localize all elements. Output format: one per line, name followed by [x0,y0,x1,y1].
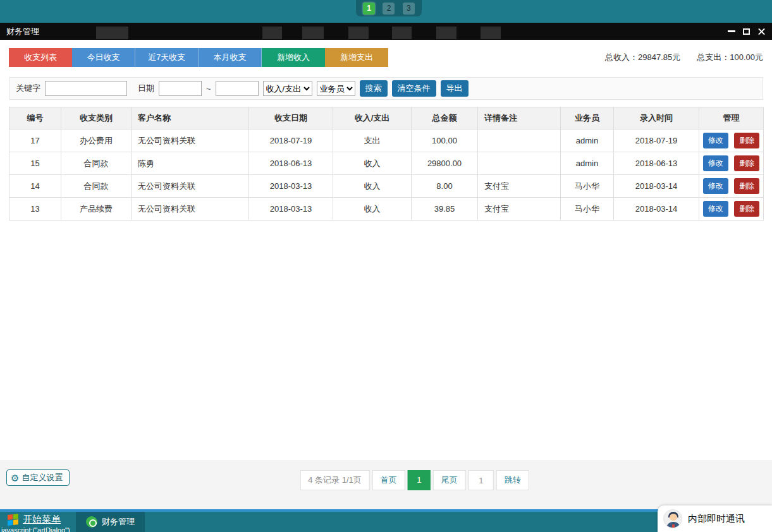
records-table: 编号 收支类别 客户名称 收支日期 收入/支出 总金额 详情备注 业务员 录入时… [9,107,764,221]
tab-today[interactable]: 今日收支 [72,48,135,67]
tab-income-expense-list[interactable]: 收支列表 [9,48,72,67]
maximize-icon[interactable] [743,28,750,35]
custom-settings-label: 自定义设置 [21,472,63,483]
col-header-type: 收入/支出 [333,107,412,130]
clear-filters-button[interactable]: 清空条件 [392,80,436,97]
cell-actions: 修改 删除 [699,130,764,152]
session-tab-2[interactable]: 2 [383,3,395,15]
cell-type: 支出 [333,130,412,152]
pagination-jump-input[interactable] [469,470,494,490]
date-separator: ~ [206,84,211,94]
cell-amount: 39.85 [412,198,478,221]
cell-note: 支付宝 [478,175,561,198]
taskbar-item-finance[interactable]: 财务管理 [76,512,145,532]
cell-category: 合同款 [61,152,132,175]
agent-select[interactable]: 业务员 [317,81,355,96]
delete-button[interactable]: 删除 [734,133,759,148]
session-tab-3[interactable]: 3 [403,3,415,15]
table-row: 17 办公费用 无公司资料关联 2018-07-19 支出 100.00 adm… [9,130,764,152]
cell-date: 2018-03-13 [249,198,333,221]
date-to-input[interactable] [216,81,259,96]
cell-amount: 100.00 [412,130,478,152]
cell-type: 收入 [333,198,412,221]
delete-button[interactable]: 删除 [734,201,759,217]
edit-button[interactable]: 修改 [703,133,728,148]
titlebar-artifact [96,27,128,39]
cell-type: 收入 [333,175,412,198]
cell-entry-time: 2018-03-14 [614,175,699,198]
session-tabs: 1 2 3 [356,0,422,16]
pagination-page-1[interactable]: 1 [408,470,431,490]
date-label: 日期 [138,83,154,94]
col-header-id: 编号 [9,107,61,130]
add-income-button[interactable]: 新增收入 [262,48,325,67]
col-header-customer: 客户名称 [132,107,249,130]
titlebar-artifact [481,27,501,39]
toolbar: 收支列表 今日收支 近7天收支 本月收支 新增收入 新增支出 总收入：29847… [9,48,763,67]
edit-button[interactable]: 修改 [703,155,728,171]
type-select[interactable]: 收入/支出 [263,81,312,96]
finance-window: 财务管理 收支列表 今日收支 近7天收支 本月收支 新增收入 新增支出 总收入：… [0,23,772,509]
pagination-first-button[interactable]: 首页 [372,470,405,490]
custom-settings-button[interactable]: ⚙ 自定义设置 [6,469,70,486]
pagination: 4 条记录 1/1页 首页 1 尾页 跳转 [300,470,529,490]
export-button[interactable]: 导出 [441,80,469,97]
titlebar-artifact [262,27,282,39]
add-expense-button[interactable]: 新增支出 [325,48,388,67]
cell-category: 办公费用 [61,130,132,152]
cell-type: 收入 [333,152,412,175]
col-header-agent: 业务员 [561,107,614,130]
search-button[interactable]: 搜索 [360,80,388,97]
titlebar-artifact [392,27,412,39]
edit-button[interactable]: 修改 [703,178,728,194]
messenger-panel[interactable]: 内部即时通讯 [658,505,772,532]
cell-id: 13 [9,198,61,221]
status-bar-text: javascript:("artDialog") [1,526,70,532]
cell-entry-time: 2018-03-14 [614,198,699,221]
cell-id: 14 [9,175,61,198]
table-row: 15 合同款 陈勇 2018-06-13 收入 29800.00 admin 2… [9,152,764,175]
pagination-jump-button[interactable]: 跳转 [496,470,529,490]
cell-customer: 无公司资料关联 [132,198,249,221]
cell-date: 2018-03-13 [249,175,333,198]
edit-button[interactable]: 修改 [703,201,728,217]
delete-button[interactable]: 删除 [734,155,759,171]
tab-this-month[interactable]: 本月收支 [199,48,262,67]
cell-agent: admin [561,152,614,175]
total-income: 总收入：29847.85元 [605,52,680,63]
tab-last-7-days[interactable]: 近7天收支 [135,48,199,67]
messenger-label: 内部即时通讯 [688,513,745,525]
window-footer: ⚙ 自定义设置 4 条记录 1/1页 首页 1 尾页 跳转 [0,461,772,509]
cell-category: 合同款 [61,175,132,198]
titlebar-artifact [348,27,369,39]
table-header-row: 编号 收支类别 客户名称 收支日期 收入/支出 总金额 详情备注 业务员 录入时… [9,107,764,130]
col-header-entry-time: 录入时间 [614,107,699,130]
cell-customer: 陈勇 [132,152,249,175]
taskbar-item-label: 财务管理 [102,516,135,528]
pagination-last-button[interactable]: 尾页 [433,470,466,490]
cell-note [478,130,561,152]
col-header-note: 详情备注 [478,107,561,130]
cell-note [478,152,561,175]
cell-actions: 修改 删除 [699,198,764,221]
finance-app-icon [86,516,97,528]
totals: 总收入：29847.85元 总支出：100.00元 [605,52,763,63]
delete-button[interactable]: 删除 [734,178,759,194]
cell-id: 17 [9,130,61,152]
titlebar-artifact [436,27,456,39]
cell-amount: 29800.00 [412,152,478,175]
start-menu-button[interactable]: 开始菜单 [8,514,61,526]
cell-customer: 无公司资料关联 [132,130,249,152]
window-titlebar[interactable]: 财务管理 [0,23,772,40]
cell-agent: 马小华 [561,198,614,221]
date-from-input[interactable] [159,81,202,96]
table-row: 14 合同款 无公司资料关联 2018-03-13 收入 8.00 支付宝 马小… [9,175,764,198]
cell-amount: 8.00 [412,175,478,198]
cell-category: 产品续费 [61,198,132,221]
keyword-input[interactable] [45,81,127,96]
desktop-top-strip: 1 2 3 [0,0,772,23]
session-tab-1[interactable]: 1 [363,3,375,15]
cell-entry-time: 2018-06-13 [614,152,699,175]
minimize-icon[interactable] [728,30,735,32]
close-icon[interactable] [757,27,766,35]
